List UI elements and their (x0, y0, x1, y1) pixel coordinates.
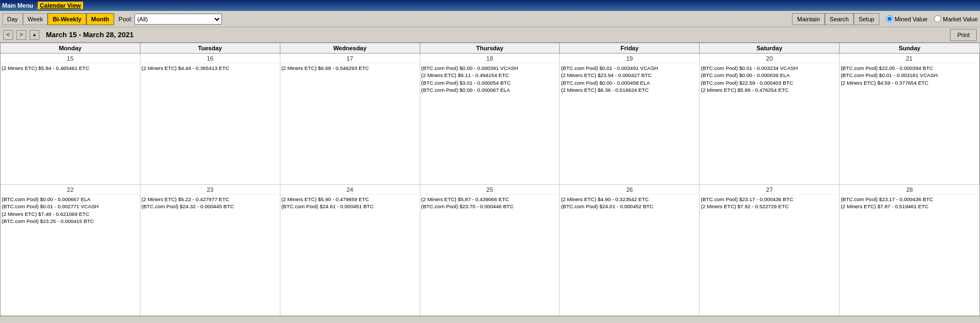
calendar-header: Monday Tuesday Wednesday Thursday Friday… (1, 43, 979, 54)
cal-cell-23[interactable]: 23(2 Miners ETC) $5.22 - 0.427977 ETC(BT… (140, 185, 280, 316)
calendar-view-title: Calendar View (38, 2, 83, 9)
cal-entry: (2 Miners ETC) $4.44 - 0.365413 ETC (142, 64, 279, 72)
cal-entry: (BTC.com Pool) $22.05 - 0.000394 BTC (841, 64, 978, 72)
pool-label: Pool: (119, 16, 132, 22)
tab-biweekly[interactable]: Bi-Weekly (48, 13, 86, 25)
maintain-button[interactable]: Maintain (792, 13, 825, 25)
cal-cell-22[interactable]: 22(BTC.com Pool) $0.00 - 0.000667 ELA(BT… (1, 185, 140, 316)
cal-cell-28[interactable]: 28(BTC.com Pool) $23.17 - 0.000436 BTC(2… (840, 185, 979, 316)
header-friday: Friday (560, 43, 700, 53)
cal-cell-27[interactable]: 27(BTC.com Pool) $23.17 - 0.000436 BTC(2… (700, 185, 840, 316)
mined-value-radio[interactable] (886, 15, 893, 22)
cal-cell-18[interactable]: 18(BTC.com Pool) $0.00 - 0.000391 VCASH(… (420, 54, 560, 185)
cal-entry: (2 Miners ETC) $6.68 - 0.546293 ETC (281, 64, 419, 72)
cal-entry: (BTC.com Pool) $3.01 - 0.000054 BTC (421, 79, 559, 86)
cal-date-24: 24 (281, 186, 419, 195)
market-value-label: Market Value (943, 16, 978, 22)
header-saturday: Saturday (700, 43, 840, 53)
cal-entry: (2 Miners ETC) $7.48 - 0.621069 ETC (2, 210, 139, 218)
cal-date-26: 26 (561, 186, 698, 195)
cal-date-20: 20 (701, 55, 838, 63)
calendar-body: 15(2 Miners ETC) $5.84 - 0.465461 ETC16(… (1, 54, 979, 316)
cal-entry: (2 Miners ETC) $5.87 - 0.439066 ETC (421, 196, 559, 203)
header-wednesday: Wednesday (280, 43, 420, 53)
cal-entry: (BTC.com Pool) $23.17 - 0.000436 BTC (701, 196, 838, 203)
cal-entry: (BTC.com Pool) $0.00 - 0.000039 ELA (701, 72, 838, 79)
cal-cell-21[interactable]: 21(BTC.com Pool) $22.05 - 0.000394 BTC(B… (840, 54, 979, 185)
market-value-radio-label[interactable]: Market Value (934, 15, 978, 22)
cal-entry: (BTC.com Pool) $24.01 - 0.000452 BTC (561, 203, 698, 210)
cal-cell-26[interactable]: 26(2 Miners ETC) $4.90 - 0.323542 ETC(BT… (560, 185, 700, 316)
cal-cell-24[interactable]: 24(2 Miners ETC) $5.90 - 0.479659 ETC(BT… (280, 185, 420, 316)
title-bar: Main Menu Calendar View (0, 0, 980, 11)
cal-entry: (BTC.com Pool) $0.00 - 0.000067 ELA (421, 86, 559, 93)
cal-date-21: 21 (841, 55, 978, 63)
cal-entry: (BTC.com Pool) $23.17 - 0.000436 BTC (841, 196, 978, 203)
cal-entry: (BTC.com Pool) $0.01 - 0.003234 VCASH (701, 64, 838, 72)
market-value-radio[interactable] (934, 15, 941, 22)
cal-entry: (2 Miners ETC) $5.22 - 0.427977 ETC (142, 196, 279, 203)
search-button[interactable]: Search (825, 13, 854, 25)
cal-cell-17[interactable]: 17(2 Miners ETC) $6.68 - 0.546293 ETC (280, 54, 420, 185)
cal-entry: (2 Miners ETC) $7.92 - 0.522729 ETC (701, 203, 838, 210)
header-monday: Monday (1, 43, 140, 53)
date-range-title: March 15 - March 28, 2021 (46, 31, 133, 39)
cal-entry: (2 Miners ETC) $7.87 - 0.519461 ETC (841, 203, 978, 210)
cal-entry: (BTC.com Pool) $0.00 - 0.000391 VCASH (421, 64, 559, 72)
calendar: Monday Tuesday Wednesday Thursday Friday… (0, 43, 980, 316)
cal-entry: (2 Miners ETC) $4.90 - 0.323542 ETC (561, 196, 698, 203)
cal-date-27: 27 (701, 186, 838, 195)
cal-date-16: 16 (142, 55, 279, 63)
cal-entry: (BTC.com Pool) $22.59 - 0.000403 BTC (701, 79, 838, 86)
cal-date-15: 15 (2, 55, 139, 63)
mined-value-radio-label[interactable]: Mined Value (886, 15, 928, 22)
next-button[interactable]: > (16, 30, 26, 40)
cal-entry: (2 Miners ETC) $23.94 - 0.000427 BTC (561, 72, 698, 79)
cal-cell-19[interactable]: 19(BTC.com Pool) $0.01 - 0.003491 VCASH(… (560, 54, 700, 185)
cal-entry: (2 Miners ETC) $4.59 - 0.377654 ETC (841, 79, 978, 86)
cal-entry: (BTC.com Pool) $0.01 - 0.002771 VCASH (2, 203, 139, 210)
cal-date-17: 17 (281, 55, 419, 63)
setup-button[interactable]: Setup (854, 13, 879, 25)
cal-cell-15[interactable]: 15(2 Miners ETC) $5.84 - 0.465461 ETC (1, 54, 140, 185)
cal-cell-25[interactable]: 25(2 Miners ETC) $5.87 - 0.439066 ETC(BT… (420, 185, 560, 316)
pool-select[interactable]: (All) (134, 14, 222, 25)
cal-entry: (2 Miners ETC) $5.84 - 0.465461 ETC (2, 64, 139, 72)
tab-month[interactable]: Month (86, 13, 114, 25)
cal-entry: (BTC.com Pool) $24.32 - 0.000445 BTC (142, 203, 279, 210)
header-tuesday: Tuesday (140, 43, 280, 53)
cal-cell-16[interactable]: 16(2 Miners ETC) $4.44 - 0.365413 ETC (140, 54, 280, 185)
cal-date-23: 23 (142, 186, 279, 195)
cal-entry: (BTC.com Pool) $0.01 - 0.003491 VCASH (561, 64, 698, 72)
cal-entry: (2 Miners ETC) $5.99 - 0.476254 ETC (701, 86, 838, 93)
cal-entry: (2 Miners ETC) $5.90 - 0.479659 ETC (281, 196, 419, 203)
cal-entry: (BTC.com Pool) $24.61 - 0.000451 BTC (281, 203, 419, 210)
mined-value-label: Mined Value (895, 16, 928, 22)
tab-week[interactable]: Week (23, 13, 48, 25)
header-thursday: Thursday (420, 43, 560, 53)
cal-entry: (BTC.com Pool) $0.00 - 0.000667 ELA (2, 196, 139, 203)
cal-date-25: 25 (421, 186, 559, 195)
tab-day[interactable]: Day (2, 13, 23, 25)
cal-entry: (BTC.com Pool) $0.01 - 0.003181 VCASH (841, 72, 978, 79)
cal-entry: (BTC.com Pool) $0.00 - 0.000458 ELA (561, 79, 698, 86)
main-menu-title[interactable]: Main Menu (2, 2, 33, 9)
cal-date-28: 28 (841, 186, 978, 195)
prev-button[interactable]: < (3, 30, 13, 40)
cal-entry: (2 Miners ETC) $6.36 - 0.516624 ETC (561, 86, 698, 93)
up-button[interactable]: ▲ (30, 30, 39, 40)
cal-entry: (BTC.com Pool) $23.25 - 0.000415 BTC (2, 218, 139, 225)
cal-date-19: 19 (561, 55, 698, 63)
cal-entry: (BTC.com Pool) $23.70 - 0.000446 BTC (421, 203, 559, 210)
cal-cell-20[interactable]: 20(BTC.com Pool) $0.01 - 0.003234 VCASH(… (700, 54, 840, 185)
cal-entry: (2 Miners ETC) $6.11 - 0.494154 ETC (421, 72, 559, 79)
nav-bar: < > ▲ March 15 - March 28, 2021 Print (0, 27, 980, 43)
print-button[interactable]: Print (950, 29, 977, 41)
cal-date-18: 18 (421, 55, 559, 63)
cal-date-22: 22 (2, 186, 139, 195)
header-sunday: Sunday (840, 43, 979, 53)
